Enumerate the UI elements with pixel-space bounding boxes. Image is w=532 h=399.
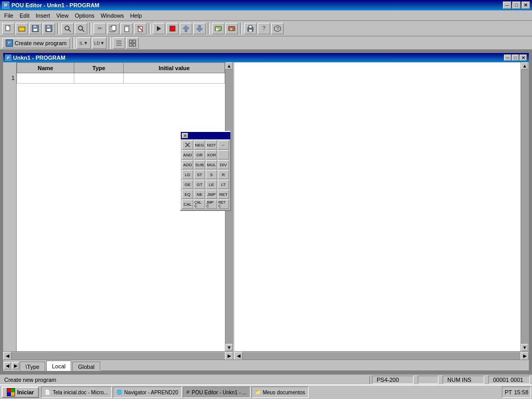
list-btn[interactable] [113,37,125,49]
print-button[interactable] [244,23,257,34]
tab-prev[interactable]: ◀ [4,362,11,369]
menu-view[interactable]: View [53,11,72,20]
op-arrow-btn[interactable] [182,140,193,150]
op-xor-btn[interactable]: XOR [206,150,217,159]
op-ne-btn[interactable]: NE [194,190,205,199]
taskbar-item-0[interactable]: 📄 Tela inicial.doc - Micro... [41,387,112,398]
scroll-up[interactable]: ▲ [225,62,233,70]
delete-button[interactable] [134,23,147,34]
help-button[interactable]: ? [258,23,270,34]
menu-help[interactable]: Help [127,11,145,20]
op-r-btn[interactable]: R [218,170,229,179]
editor-content[interactable] [234,62,521,351]
cell-name[interactable] [17,73,74,84]
menu-windows[interactable]: Windows [98,11,127,20]
menu-insert[interactable]: Insert [33,11,54,20]
tab-type[interactable]: \Type [20,362,45,371]
status-device: PS4-200 [372,376,414,384]
op-left-btn[interactable]: ← [218,140,229,150]
find-button[interactable] [61,23,74,34]
cut-button[interactable]: ✂ [94,23,106,34]
menu-file[interactable]: File [1,11,17,20]
taskbar-item-1[interactable]: 🌐 Navigator - APREND20 [113,387,182,398]
op-eq-btn[interactable]: EQ [182,190,193,199]
ed-h-right[interactable]: ▶ [521,352,529,360]
sep2 [89,23,91,34]
menu-edit[interactable]: Edit [17,11,33,20]
op-not-btn[interactable]: NOT [206,140,217,150]
op-gt-btn[interactable]: GT [194,180,205,189]
download-button[interactable] [180,23,192,34]
restore-button[interactable]: □ [512,2,521,9]
taskbar-item-label-0: Tela inicial.doc - Micro... [52,390,108,395]
taskbar-item-3[interactable]: 📁 Meus documentos [251,387,309,398]
sub-restore[interactable]: □ [512,55,519,61]
stop-button[interactable] [166,23,179,34]
menu-options[interactable]: Options [72,11,98,20]
run-button[interactable]: ▶ [212,23,224,34]
op-ret-c-btn[interactable]: RET C [218,200,229,209]
minimize-button[interactable]: ─ [503,2,511,9]
float-close-button[interactable]: ✕ [182,133,188,138]
cell-initial[interactable] [124,73,225,84]
svg-rect-16 [112,25,116,31]
create-program-button[interactable]: P Create new program [2,38,70,48]
op-ret-btn[interactable]: RET [218,190,229,199]
op-sub-btn[interactable]: SUB [194,160,205,169]
sub-window-title-bar: P Unkn1 - PROGRAM ─ □ ✕ [3,53,529,62]
sub-minimize[interactable]: ─ [504,55,511,61]
op-jmp-c-btn[interactable]: JMP C [206,200,217,209]
tab-local[interactable]: Local [46,361,71,371]
find2-button[interactable] [75,23,87,34]
windows-icon [7,388,15,396]
op-and-btn[interactable]: AND [182,150,193,159]
open-button[interactable] [16,23,28,34]
op-add-btn[interactable]: ADD [182,160,193,169]
tab-next[interactable]: ▶ [12,362,19,369]
il-button[interactable]: IL▼ [76,37,91,49]
op-ld-btn[interactable]: LD [182,170,193,179]
op-cal-btn[interactable]: CAL [182,200,193,209]
copy-button[interactable] [107,23,119,34]
app-icon: P [2,2,9,9]
save-button[interactable] [29,23,42,34]
pause-button[interactable]: ✕ [225,23,238,34]
close-button[interactable]: ✕ [522,2,530,9]
h-scroll-right[interactable]: ▶ [225,352,233,360]
h-scroll-left[interactable]: ◀ [3,352,11,360]
il2-button[interactable]: LD▼ [92,37,107,49]
upload-button[interactable] [193,23,206,34]
taskbar-item-2[interactable]: P POU Editor - Unkn1 - ... [183,387,250,398]
scroll-down[interactable]: ▼ [225,344,233,351]
op-neg-btn[interactable]: NEG [194,140,205,150]
op-or-btn[interactable]: OR [194,150,205,159]
op-le-btn[interactable]: LE [206,180,217,189]
paste-button[interactable] [121,23,133,34]
op-lt-btn[interactable]: LT [218,180,229,189]
ed-scroll-up[interactable]: ▲ [521,62,528,70]
save2-button[interactable]: + [43,23,55,34]
op-st-btn[interactable]: ST [194,170,205,179]
op-ge-btn[interactable]: GE [182,180,193,189]
sub-close[interactable]: ✕ [520,55,527,61]
compile-button[interactable] [153,23,165,34]
start-button[interactable]: Iniciar [2,387,39,398]
about-button[interactable]: ? [271,23,284,34]
new-button[interactable] [2,23,15,34]
op-mul-btn[interactable]: MUL [206,160,217,169]
cell-type[interactable] [74,73,124,84]
op-div-btn[interactable]: DIV [218,160,229,169]
sub-window-controls: ─ □ ✕ [504,55,527,61]
h-scrollbar-left: ◀ ▶ [3,351,233,360]
ed-scroll-down[interactable]: ▼ [521,344,528,351]
svg-line-14 [82,30,84,32]
tab-global[interactable]: Global [72,362,100,371]
op-cal-c-btn[interactable]: CAL C [194,200,205,209]
grid-btn[interactable] [126,37,139,49]
svg-text:?: ? [276,26,279,31]
op-s-btn[interactable]: S [206,170,217,179]
ed-h-left[interactable]: ◀ [234,352,243,360]
op-jmp-btn[interactable]: JMP [206,190,217,199]
operator-panel: ✕ NEG NOT ← AND OR XOR ADD SUB MUL DIV [180,131,231,211]
win-q2 [11,389,15,392]
